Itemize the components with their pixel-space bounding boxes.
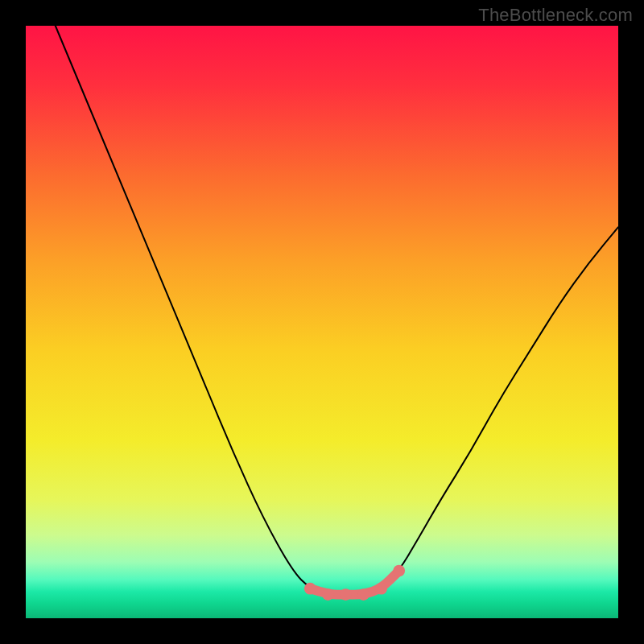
optimal-range-dot — [304, 583, 316, 595]
optimal-range-dot — [357, 588, 369, 601]
optimal-range-dot — [340, 588, 352, 601]
optimal-range-dot — [375, 583, 387, 595]
bottleneck-chart — [0, 0, 644, 644]
plot-background — [26, 26, 618, 618]
chart-frame: TheBottleneck.com — [0, 0, 644, 644]
optimal-range-dot — [393, 565, 405, 577]
optimal-range-dot — [322, 588, 334, 601]
